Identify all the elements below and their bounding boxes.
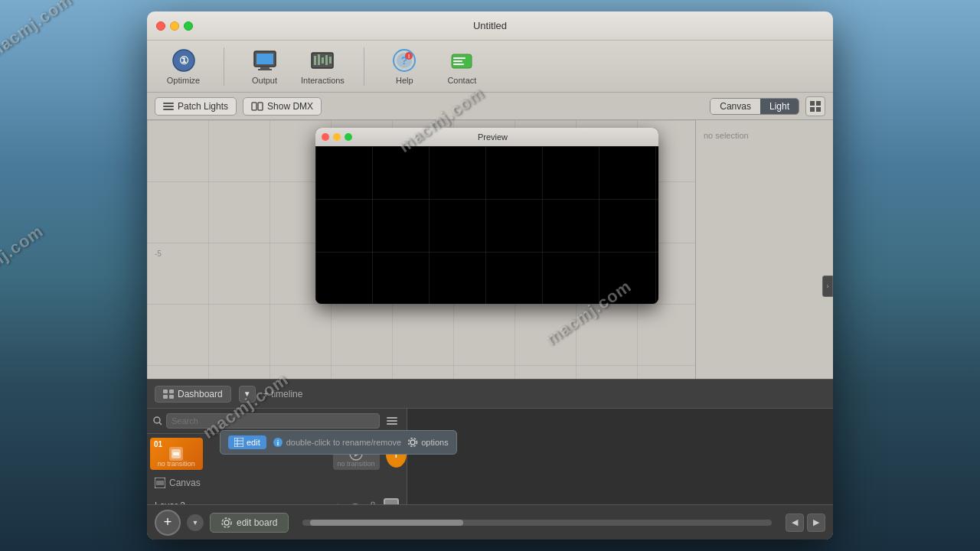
toolbar-interactions[interactable]: Interactions — [301, 48, 345, 85]
svg-rect-24 — [252, 103, 256, 110]
svg-rect-20 — [453, 64, 464, 65]
svg-point-47 — [410, 440, 415, 445]
svg-rect-10 — [325, 55, 328, 65]
close-button[interactable] — [156, 21, 165, 31]
toolbar-optimize[interactable]: ① Optimize — [162, 48, 204, 85]
no-selection-label: no selection — [704, 131, 749, 140]
svg-rect-31 — [169, 390, 174, 393]
svg-rect-41 — [234, 438, 243, 447]
canvas-section: Canvas Layer 2 + — [147, 474, 407, 504]
search-input[interactable] — [166, 413, 380, 429]
contact-label: Contact — [447, 76, 476, 85]
grid-view-button[interactable] — [805, 96, 825, 116]
show-dmx-button[interactable]: Show DMX — [243, 97, 322, 116]
preview-close[interactable] — [322, 133, 329, 141]
scroll-right-button[interactable]: ▶ — [807, 514, 825, 532]
optimize-label: Optimize — [167, 76, 200, 85]
right-panel: no selection — [695, 120, 833, 379]
optimize-icon: ① — [172, 48, 196, 73]
toolbar-output[interactable]: Output — [243, 48, 286, 85]
svg-rect-37 — [387, 420, 397, 422]
svg-rect-28 — [810, 107, 815, 112]
options-button[interactable]: options — [407, 437, 448, 448]
timeline-left: 01 no transition — [147, 409, 407, 504]
main-content: -5 › Preview no selection — [147, 120, 833, 379]
svg-rect-36 — [387, 417, 397, 419]
scrollbar-thumb[interactable] — [310, 520, 463, 526]
svg-line-35 — [159, 422, 162, 425]
svg-rect-11 — [329, 57, 332, 64]
scroll-left-button[interactable]: ◀ — [786, 514, 804, 532]
preview-window: Preview — [315, 128, 658, 304]
clip-07-transition: no transition — [338, 460, 375, 468]
svg-text:①: ① — [178, 54, 188, 67]
svg-rect-9 — [322, 57, 324, 64]
timeline-header: Dashboard ▼ + timeline › — [147, 380, 833, 409]
svg-rect-8 — [318, 54, 320, 65]
dashboard-icon — [163, 390, 174, 399]
add-main-button[interactable]: + — [155, 510, 181, 536]
clip-01-number: 01 — [154, 440, 162, 448]
patch-lights-button[interactable]: Patch Lights — [155, 97, 237, 116]
settings-icon — [221, 517, 232, 528]
bottom-panel-collapse[interactable]: › — [822, 276, 833, 297]
toolbar-contact[interactable]: Contact — [441, 48, 483, 85]
gear-icon — [407, 437, 418, 448]
maximize-button[interactable] — [184, 21, 193, 31]
search-menu-button[interactable] — [384, 412, 400, 429]
svg-text:!: ! — [408, 53, 410, 60]
svg-rect-32 — [163, 395, 168, 399]
add-dropdown-button[interactable]: ▼ — [187, 514, 204, 531]
layer-add-button[interactable]: + — [331, 499, 345, 504]
clip-01-icon — [169, 447, 183, 461]
clip-01-transition: no transition — [158, 460, 195, 468]
timeline-right[interactable] — [407, 409, 833, 504]
light-view-button[interactable]: Light — [760, 99, 799, 114]
svg-rect-30 — [163, 390, 168, 393]
svg-point-55 — [224, 520, 229, 525]
output-icon — [253, 48, 277, 73]
interactions-icon — [310, 48, 335, 73]
preview-titlebar: Preview — [315, 128, 658, 146]
window-title: Untitled — [473, 20, 507, 31]
toolbar-sep-1 — [224, 47, 224, 86]
info-icon: i — [273, 437, 283, 448]
dmx-icon — [251, 102, 263, 111]
layer-lock-button[interactable] — [366, 499, 380, 504]
minimize-button[interactable] — [170, 21, 179, 31]
toolbar: ① Optimize Output — [147, 41, 833, 93]
bottom-area: Dashboard ▼ + timeline › — [147, 379, 833, 540]
help-icon: ? ! — [392, 48, 416, 73]
clips-row: 01 no transition — [147, 434, 407, 474]
help-label: Help — [396, 76, 413, 85]
timeline-dropdown[interactable]: ▼ — [239, 386, 256, 403]
canvas-section-icon — [155, 478, 165, 488]
preview-maximize[interactable] — [345, 133, 352, 141]
timeline-scrollbar[interactable] — [302, 520, 772, 526]
timeline-content: 01 no transition — [147, 409, 833, 504]
preview-minimize[interactable] — [333, 133, 341, 141]
canvas-view-button[interactable]: Canvas — [710, 99, 760, 114]
svg-rect-7 — [314, 56, 316, 65]
view-toggle: Canvas Light — [710, 98, 799, 115]
clip-01[interactable]: 01 no transition — [150, 438, 203, 470]
layer-visibility-button[interactable] — [348, 499, 362, 504]
layer-stop-button[interactable] — [384, 498, 399, 504]
app-window: Untitled ① Optimize Output — [147, 11, 833, 540]
svg-text:i: i — [276, 439, 279, 447]
preview-content — [315, 146, 658, 304]
add-timeline-button[interactable]: + timeline — [263, 389, 303, 399]
dashboard-button[interactable]: Dashboard — [155, 386, 231, 403]
canvas-area[interactable]: -5 › Preview — [147, 120, 695, 379]
toolbar-help[interactable]: ? ! Help — [384, 48, 426, 85]
svg-rect-3 — [256, 54, 273, 64]
preview-grid — [315, 146, 658, 304]
grid-number: -5 — [155, 249, 162, 258]
menu-icon — [163, 103, 174, 110]
svg-rect-26 — [810, 101, 815, 106]
svg-rect-23 — [163, 109, 174, 110]
edit-popup-button[interactable]: edit — [228, 435, 266, 449]
svg-rect-21 — [163, 103, 174, 104]
toolbar-sep-2 — [364, 47, 364, 86]
edit-board-button[interactable]: edit board — [210, 513, 289, 533]
